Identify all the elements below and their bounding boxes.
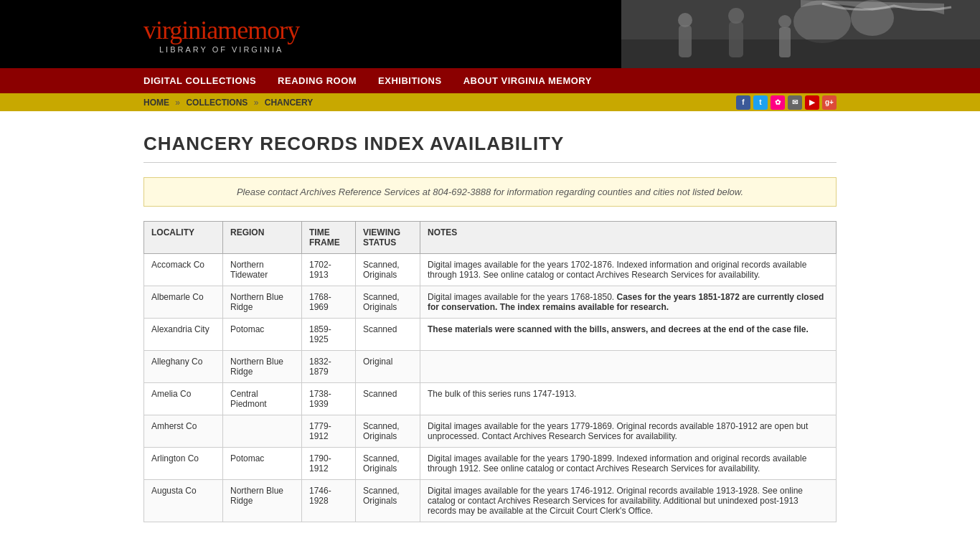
cell-locality: Arlington Co	[144, 448, 223, 480]
table-row: Alleghany CoNorthern Blue Ridge1832-1879…	[144, 351, 837, 383]
cell-viewing: Scanned, Originals	[356, 480, 420, 522]
cell-notes: Digital images available for the years 1…	[420, 286, 837, 319]
cell-region: Northern Tidewater	[223, 254, 302, 286]
col-header-viewing: VIEWING STATUS	[356, 222, 420, 254]
svg-rect-7	[729, 22, 743, 57]
cell-notes	[420, 351, 837, 383]
cell-viewing: Scanned	[356, 383, 420, 415]
logo-virginia: virginia	[143, 16, 217, 44]
table-row: Albemarle CoNorthern Blue Ridge1768-1969…	[144, 286, 837, 319]
logo-wordmark: virginiamemory	[143, 15, 299, 45]
breadcrumb-home[interactable]: HOME	[143, 98, 169, 108]
twitter-icon[interactable]: t	[753, 95, 768, 110]
cell-notes: Digital images available for the years 1…	[420, 480, 837, 522]
cell-region: Northern Blue Ridge	[223, 351, 302, 383]
records-table: LOCALITY REGION TIME FRAME VIEWING STATU…	[143, 221, 837, 522]
cell-notes: The bulk of this series runs 1747-1913.	[420, 383, 837, 415]
cell-locality: Albemarle Co	[144, 286, 223, 319]
site-header: virginiamemory LIBRARY OF VIRGINIA	[0, 0, 980, 68]
cell-notes: Digital images available for the years 1…	[420, 254, 837, 286]
logo-memory: memory	[217, 16, 299, 44]
nav-about[interactable]: ABOUT VIRGINIA MEMORY	[463, 75, 592, 86]
youtube-icon[interactable]: ▶	[805, 95, 819, 110]
library-subtitle: LIBRARY OF VIRGINIA	[143, 45, 299, 54]
notice-box: Please contact Archives Reference Servic…	[143, 177, 837, 207]
main-nav: DIGITAL COLLECTIONS READING ROOM EXHIBIT…	[0, 68, 980, 93]
nav-reading-room[interactable]: READING ROOM	[278, 75, 357, 86]
flickr-icon[interactable]: ✿	[771, 95, 785, 110]
svg-rect-4	[621, 39, 980, 68]
cell-locality: Augusta Co	[144, 480, 223, 522]
social-icons-bar: f t ✿ ✉ ▶ g+	[736, 95, 837, 110]
cell-notes: These materials were scanned with the bi…	[420, 319, 837, 351]
col-header-timeframe: TIME FRAME	[302, 222, 356, 254]
main-content: CHANCERY RECORDS INDEX AVAILABILITY Plea…	[0, 111, 980, 544]
cell-locality: Amherst Co	[144, 415, 223, 448]
googleplus-icon[interactable]: g+	[822, 95, 837, 110]
table-header-row: LOCALITY REGION TIME FRAME VIEWING STATU…	[144, 222, 837, 254]
cell-timeframe: 1790-1912	[302, 448, 356, 480]
cell-region: Northern Blue Ridge	[223, 286, 302, 319]
cell-viewing: Scanned, Originals	[356, 415, 420, 448]
cell-viewing: Scanned, Originals	[356, 254, 420, 286]
cell-region: Northern Blue Ridge	[223, 480, 302, 522]
facebook-icon[interactable]: f	[736, 95, 750, 110]
header-photo	[621, 0, 980, 68]
cell-locality: Amelia Co	[144, 383, 223, 415]
table-row: Amelia CoCentral Piedmont1738-1939Scanne…	[144, 383, 837, 415]
cell-timeframe: 1832-1879	[302, 351, 356, 383]
table-row: Alexandria CityPotomac1859-1925ScannedTh…	[144, 319, 837, 351]
svg-rect-5	[679, 25, 692, 57]
cell-timeframe: 1746-1928	[302, 480, 356, 522]
page-title: CHANCERY RECORDS INDEX AVAILABILITY	[143, 133, 837, 163]
email-icon[interactable]: ✉	[788, 95, 802, 110]
cell-viewing: Scanned, Originals	[356, 286, 420, 319]
cell-timeframe: 1768-1969	[302, 286, 356, 319]
breadcrumb: HOME » COLLECTIONS » CHANCERY	[143, 98, 313, 108]
cell-locality: Alleghany Co	[144, 351, 223, 383]
table-row: Augusta CoNorthern Blue Ridge1746-1928Sc…	[144, 480, 837, 522]
cell-locality: Alexandria City	[144, 319, 223, 351]
cell-locality: Accomack Co	[144, 254, 223, 286]
table-row: Accomack CoNorthern Tidewater1702-1913Sc…	[144, 254, 837, 286]
col-header-region: REGION	[223, 222, 302, 254]
cell-timeframe: 1859-1925	[302, 319, 356, 351]
svg-rect-9	[779, 27, 791, 57]
cell-region: Potomac	[223, 448, 302, 480]
table-row: Amherst Co1779-1912Scanned, OriginalsDig…	[144, 415, 837, 448]
cell-region	[223, 415, 302, 448]
svg-point-6	[678, 13, 692, 27]
breadcrumb-current: CHANCERY	[265, 98, 314, 108]
cell-timeframe: 1702-1913	[302, 254, 356, 286]
table-row: Arlington CoPotomac1790-1912Scanned, Ori…	[144, 448, 837, 480]
cell-viewing: Scanned, Originals	[356, 448, 420, 480]
notice-text: Please contact Archives Reference Servic…	[237, 187, 743, 197]
cell-notes: Digital images available for the years 1…	[420, 448, 837, 480]
nav-exhibitions[interactable]: EXHIBITIONS	[378, 75, 442, 86]
cell-timeframe: 1779-1912	[302, 415, 356, 448]
breadcrumb-sep-2: »	[254, 98, 259, 108]
breadcrumb-bar: HOME » COLLECTIONS » CHANCERY f t ✿ ✉ ▶ …	[0, 93, 980, 111]
col-header-locality: LOCALITY	[144, 222, 223, 254]
cell-region: Potomac	[223, 319, 302, 351]
cell-viewing: Original	[356, 351, 420, 383]
site-logo[interactable]: virginiamemory LIBRARY OF VIRGINIA	[0, 4, 314, 65]
cell-region: Central Piedmont	[223, 383, 302, 415]
svg-point-10	[778, 15, 791, 28]
col-header-notes: NOTES	[420, 222, 837, 254]
breadcrumb-sep-1: »	[175, 98, 180, 108]
cell-viewing: Scanned	[356, 319, 420, 351]
svg-point-8	[728, 8, 744, 24]
cell-notes: Digital images available for the years 1…	[420, 415, 837, 448]
cell-timeframe: 1738-1939	[302, 383, 356, 415]
nav-digital-collections[interactable]: DIGITAL COLLECTIONS	[143, 75, 256, 86]
breadcrumb-collections[interactable]: COLLECTIONS	[186, 98, 248, 108]
